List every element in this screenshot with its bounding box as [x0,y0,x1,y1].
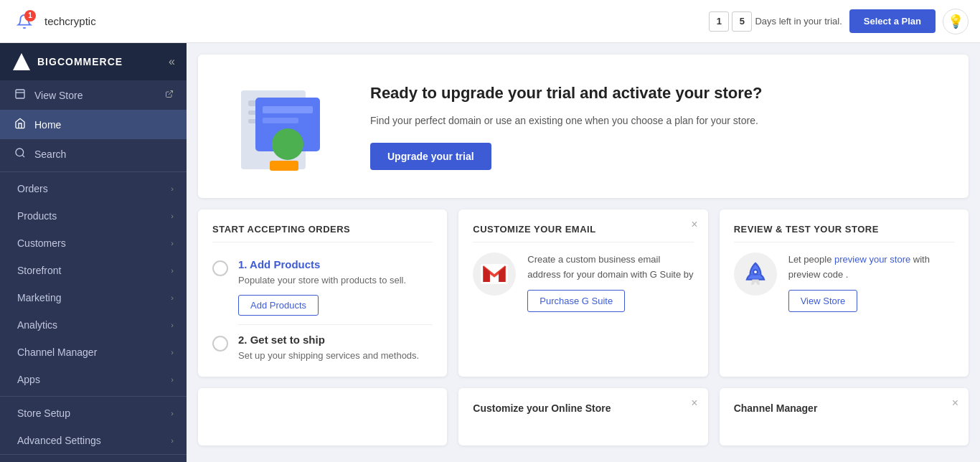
upgrade-svg [227,76,341,176]
chevron-right-icon: › [171,321,174,329]
step1-title: 1. Add Products [238,258,406,270]
svg-rect-1 [16,90,24,98]
review-card: Review & test your store Let peopl [720,209,969,377]
channel-manager-card-close-button[interactable]: × [952,397,958,410]
review-desc: Let people preview your store with previ… [788,253,954,283]
sidebar-item-advanced-settings[interactable]: Advanced Settings › [0,427,187,454]
notification-badge: 1 [24,10,36,22]
review-card-body: Let people preview your store with previ… [734,253,954,312]
upgrade-desc: Find your perfect domain or use an exist… [370,113,940,128]
menu-item-label: Marketing [17,292,61,303]
trial-day1: 1 [709,11,729,32]
upgrade-illustration [227,76,341,176]
sidebar-logo: BIGCOMMERCE « [0,43,187,80]
bigcommerce-logo-icon [11,52,32,72]
sidebar-item-customers[interactable]: Customers › [0,230,187,257]
sidebar-item-apps[interactable]: Apps › [0,366,187,393]
logo-area: BIGCOMMERCE [11,52,123,72]
sidebar-item-products[interactable]: Products › [0,202,187,230]
rocket-icon [734,253,777,296]
online-store-card: × Customize your Online Store [458,388,707,446]
sidebar-item-label: View Store [34,90,158,101]
chevron-right-icon: › [171,266,174,275]
menu-item-label: Storefront [17,265,61,276]
empty-card-left [198,388,447,446]
email-text-area: Create a custom business email address f… [527,253,693,312]
menu-item-label: Apps [17,374,40,385]
chevron-right-icon: › [171,212,174,220]
svg-point-3 [16,148,24,156]
select-plan-button[interactable]: Select a Plan [849,9,936,33]
online-store-card-close-button[interactable]: × [691,397,697,410]
sidebar-item-home[interactable]: Home [0,110,187,139]
gmail-svg [481,264,508,284]
menu-item-label: Store Setup [17,407,70,419]
sidebar-item-label: Home [34,119,174,131]
svg-point-12 [272,128,303,160]
chevron-right-icon: › [171,293,174,302]
bottom-cards-row: × Customize your Online Store × Channel … [198,388,969,446]
svg-rect-11 [263,118,298,123]
svg-marker-0 [13,53,30,70]
menu-item-label: Channel Manager [17,346,97,358]
chevron-right-icon: › [171,348,174,357]
step2-title: 2. Get set to ship [238,334,419,346]
logo-icon [11,52,32,72]
channel-manager-card: × Channel Manager [720,388,969,446]
menu-item-label: Products [17,210,57,222]
topbar-left: 1 techcryptic [11,9,700,34]
channel-manager-card-title: Channel Manager [734,402,954,414]
lightbulb-button[interactable]: 💡 [943,9,969,34]
menu-item-label: Orders [17,183,48,194]
sidebar-item-view-store[interactable]: View Store [0,80,187,110]
trial-label: Days left in your trial. [755,16,842,27]
menu-item-label: Customers [17,237,66,249]
upgrade-banner: Ready to upgrade your trial and activate… [198,55,969,198]
sidebar-divider [0,171,187,172]
svg-point-15 [753,270,758,274]
main-content: Ready to upgrade your trial and activate… [187,43,980,462]
order-steps: 1. Add Products Populate your store with… [212,253,433,362]
sidebar-item-marketing[interactable]: Marketing › [0,284,187,311]
purchase-gsuite-button[interactable]: Purchase G Suite [527,290,625,312]
topbar: 1 techcryptic 1 5 Days left in your tria… [0,0,980,43]
search-icon [13,147,27,161]
svg-rect-10 [263,106,313,113]
chevron-right-icon: › [171,184,174,193]
review-card-title: Review & test your store [734,224,954,242]
start-orders-card-title: START ACCEPTING ORDERS [212,224,433,242]
sidebar-item-store-setup[interactable]: Store Setup › [0,400,187,427]
chevron-right-icon: › [171,409,174,418]
review-text-area: Let people preview your store with previ… [788,253,954,312]
sidebar-divider-2 [0,396,187,397]
email-card-close-button[interactable]: × [691,218,697,231]
chevron-right-icon: › [171,375,174,384]
store-icon [13,88,27,102]
notification-icon[interactable]: 1 [11,9,37,34]
view-store-button[interactable]: View Store [788,290,858,312]
preview-store-link[interactable]: preview your store [834,254,910,265]
step2-content: 2. Get set to ship Set up your shipping … [238,334,419,363]
layout: BIGCOMMERCE « View Store Home [0,43,980,462]
rocket-svg [743,261,768,287]
menu-item-label: Analytics [17,319,57,331]
sidebar-item-orders[interactable]: Orders › [0,175,187,202]
collapse-sidebar-button[interactable]: « [169,55,175,68]
sidebar: BIGCOMMERCE « View Store Home [0,43,187,462]
add-products-button[interactable]: Add Products [238,295,319,316]
home-icon [13,118,27,131]
sidebar-item-storefront[interactable]: Storefront › [0,257,187,284]
gmail-icon [473,253,516,296]
upgrade-trial-button[interactable]: Upgrade your trial [370,143,491,170]
online-store-card-title: Customize your Online Store [473,402,693,414]
upgrade-text: Ready to upgrade your trial and activate… [370,82,940,170]
step2-desc: Set up your shipping services and method… [238,349,419,363]
svg-rect-13 [270,161,298,171]
sidebar-item-analytics[interactable]: Analytics › [0,311,187,339]
email-card-body: Create a custom business email address f… [473,253,693,312]
email-desc: Create a custom business email address f… [527,253,693,283]
sidebar-item-label: Search [34,148,174,160]
external-link-icon [165,90,174,100]
sidebar-item-channel-manager[interactable]: Channel Manager › [0,339,187,366]
sidebar-item-search[interactable]: Search [0,139,187,169]
